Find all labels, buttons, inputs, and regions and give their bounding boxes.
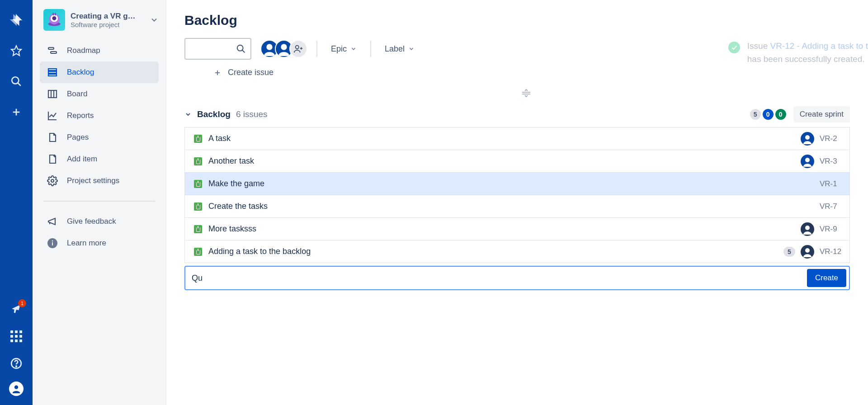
sidebar-item-label: Pages — [67, 133, 89, 142]
add-people-button[interactable] — [289, 40, 307, 58]
svg-point-40 — [805, 158, 810, 162]
issue-list: A taskVR-2Another taskVR-3Make the gameV… — [184, 127, 850, 263]
global-nav: 1 — [0, 0, 33, 405]
sidebar-item-label: Give feedback — [67, 217, 116, 226]
svg-point-32 — [296, 46, 299, 49]
svg-point-1 — [12, 77, 19, 84]
sidebar-item-learn-more[interactable]: Learn more — [40, 232, 159, 254]
collapse-toggle[interactable] — [184, 111, 192, 118]
toolbar-divider — [316, 41, 317, 57]
sidebar-footer: Give feedback Learn more — [33, 211, 166, 254]
main-content: Backlog Epic Label Is — [166, 0, 868, 405]
issue-row[interactable]: Another taskVR-3 — [185, 150, 849, 173]
search-input[interactable] — [184, 38, 251, 60]
sidebar-item-pages[interactable]: Pages — [40, 127, 159, 148]
plus-icon — [213, 69, 222, 77]
sidebar-item-label: Reports — [67, 111, 94, 120]
sidebar-item-feedback[interactable]: Give feedback — [40, 211, 159, 232]
add-item-icon — [47, 154, 58, 165]
issue-key[interactable]: VR-9 — [820, 225, 842, 234]
assignee-filter-avatars — [260, 40, 307, 58]
inline-create-input[interactable] — [192, 273, 807, 283]
story-icon — [194, 135, 202, 143]
pill-todo[interactable]: 5 — [750, 109, 761, 120]
assignee-avatar[interactable] — [801, 132, 814, 146]
issue-key[interactable]: VR-7 — [820, 202, 842, 211]
toast-line2: has been successfully created. — [747, 53, 868, 66]
story-icon — [194, 248, 202, 256]
svg-point-6 — [16, 366, 17, 367]
label-filter[interactable]: Label — [380, 41, 419, 57]
issue-row[interactable]: More tasksssVR-9 — [185, 218, 849, 240]
project-sidebar: Creating a VR g… Software project Roadma… — [33, 0, 166, 405]
create-issue-label: Create issue — [228, 68, 274, 77]
sidebar-item-add-item[interactable]: Add item — [40, 148, 159, 170]
create-sprint-button[interactable]: Create sprint — [793, 106, 850, 122]
inline-create-button[interactable]: Create — [807, 269, 846, 287]
pill-done[interactable]: 0 — [775, 109, 786, 120]
project-header[interactable]: Creating a VR g… Software project — [33, 9, 166, 40]
jira-logo-icon[interactable] — [7, 11, 25, 29]
star-icon[interactable] — [7, 42, 25, 60]
create-icon[interactable] — [7, 103, 25, 121]
reports-icon — [47, 110, 58, 121]
svg-line-29 — [242, 50, 245, 53]
svg-line-2 — [18, 83, 21, 86]
issue-estimate: 5 — [783, 247, 795, 257]
toast-issue-link[interactable]: VR-12 - Adding a task to t — [770, 41, 868, 51]
epic-filter[interactable]: Epic — [326, 41, 361, 57]
chevron-down-icon — [350, 46, 357, 52]
issue-row[interactable]: A taskVR-2 — [185, 127, 849, 150]
section-resize-handle[interactable] — [184, 89, 868, 97]
svg-rect-26 — [52, 242, 53, 245]
apps-switcher-icon[interactable] — [7, 327, 25, 345]
issue-summary: Make the game — [208, 179, 820, 188]
chevron-down-icon[interactable] — [150, 15, 159, 24]
assignee-avatar[interactable] — [801, 245, 814, 259]
sidebar-divider — [43, 201, 155, 202]
issue-summary: Create the tasks — [208, 202, 820, 211]
story-icon — [194, 157, 202, 165]
sidebar-item-label: Roadmap — [67, 46, 100, 55]
issue-summary: Adding a task to the backlog — [208, 247, 783, 256]
help-icon[interactable] — [7, 354, 25, 372]
issue-row[interactable]: Create the tasksVR-7 — [185, 195, 849, 218]
svg-rect-17 — [48, 71, 57, 73]
svg-rect-12 — [52, 13, 54, 15]
search-icon[interactable] — [7, 72, 25, 90]
issue-key[interactable]: VR-1 — [820, 179, 842, 188]
notifications-icon[interactable]: 1 — [7, 300, 25, 318]
epic-filter-label: Epic — [331, 44, 347, 54]
toolbar-divider — [370, 41, 371, 57]
svg-point-7 — [14, 386, 18, 389]
megaphone-icon — [47, 216, 58, 227]
issue-key[interactable]: VR-12 — [820, 247, 842, 256]
story-icon — [194, 225, 202, 233]
backlog-section-header: Backlog 6 issues 5 0 0 Create sprint — [184, 106, 868, 122]
svg-rect-14 — [48, 47, 54, 49]
sidebar-item-backlog[interactable]: Backlog — [40, 61, 159, 83]
assignee-avatar[interactable] — [801, 222, 814, 236]
profile-avatar[interactable] — [9, 381, 24, 396]
svg-point-41 — [805, 226, 810, 230]
svg-rect-16 — [48, 69, 57, 71]
pill-inprogress[interactable]: 0 — [763, 109, 774, 120]
issue-row[interactable]: Adding a task to the backlog5VR-12 — [185, 240, 849, 263]
project-type: Software project — [71, 21, 150, 28]
board-icon — [47, 89, 58, 99]
assignee-avatar[interactable] — [801, 155, 814, 168]
project-name: Creating a VR g… — [71, 12, 150, 21]
sidebar-item-reports[interactable]: Reports — [40, 105, 159, 127]
sidebar-item-roadmap[interactable]: Roadmap — [40, 40, 159, 61]
issue-key[interactable]: VR-2 — [820, 134, 842, 143]
search-icon — [236, 44, 246, 54]
backlog-icon — [47, 67, 58, 78]
issue-row[interactable]: Make the gameVR-1 — [185, 173, 849, 195]
chevron-down-icon — [408, 46, 415, 52]
sidebar-item-project-settings[interactable]: Project settings — [40, 170, 159, 192]
sidebar-item-board[interactable]: Board — [40, 83, 159, 105]
svg-rect-18 — [48, 74, 57, 76]
issue-summary: A task — [208, 134, 801, 143]
issue-key[interactable]: VR-3 — [820, 157, 842, 166]
story-icon — [194, 202, 202, 211]
